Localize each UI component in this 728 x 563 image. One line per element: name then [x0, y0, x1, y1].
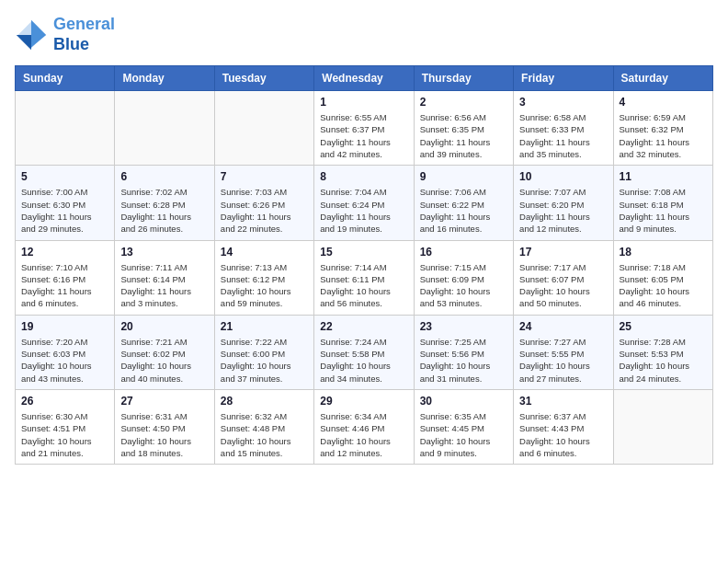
- day-number: 17: [519, 246, 607, 259]
- day-info: Sunrise: 7:08 AM Sunset: 6:18 PM Dayligh…: [620, 186, 707, 235]
- day-info: Sunrise: 6:58 AM Sunset: 6:33 PM Dayligh…: [519, 111, 607, 160]
- header-saturday: Saturday: [613, 66, 712, 91]
- calendar-header-row: SundayMondayTuesdayWednesdayThursdayFrid…: [16, 66, 713, 91]
- calendar-cell: 29Sunrise: 6:34 AM Sunset: 4:46 PM Dayli…: [314, 389, 414, 464]
- calendar-cell: 31Sunrise: 6:37 AM Sunset: 4:43 PM Dayli…: [514, 389, 613, 464]
- header-thursday: Thursday: [414, 66, 513, 91]
- day-number: 11: [620, 170, 707, 183]
- day-number: 27: [120, 395, 208, 408]
- day-info: Sunrise: 7:03 AM Sunset: 6:26 PM Dayligh…: [221, 186, 308, 235]
- day-number: 8: [320, 170, 407, 183]
- logo-icon: [15, 18, 48, 52]
- day-info: Sunrise: 7:25 AM Sunset: 5:56 PM Dayligh…: [420, 336, 507, 385]
- calendar-week-2: 5Sunrise: 7:00 AM Sunset: 6:30 PM Daylig…: [16, 166, 713, 240]
- calendar-cell: 12Sunrise: 7:10 AM Sunset: 6:16 PM Dayli…: [16, 240, 115, 315]
- calendar-week-1: 1Sunrise: 6:55 AM Sunset: 6:37 PM Daylig…: [16, 91, 713, 166]
- calendar-cell: 20Sunrise: 7:21 AM Sunset: 6:02 PM Dayli…: [115, 315, 214, 389]
- calendar-week-5: 26Sunrise: 6:30 AM Sunset: 4:51 PM Dayli…: [16, 389, 713, 464]
- day-number: 14: [221, 246, 308, 259]
- calendar-cell: 25Sunrise: 7:28 AM Sunset: 5:53 PM Dayli…: [613, 315, 712, 389]
- calendar-cell: 23Sunrise: 7:25 AM Sunset: 5:56 PM Dayli…: [414, 315, 513, 389]
- day-info: Sunrise: 7:04 AM Sunset: 6:24 PM Dayligh…: [320, 186, 407, 235]
- day-number: 15: [320, 246, 407, 259]
- calendar-cell: 10Sunrise: 7:07 AM Sunset: 6:20 PM Dayli…: [514, 166, 613, 240]
- calendar-cell: 21Sunrise: 7:22 AM Sunset: 6:00 PM Dayli…: [214, 315, 313, 389]
- calendar-cell: 4Sunrise: 6:59 AM Sunset: 6:32 PM Daylig…: [613, 91, 712, 166]
- day-number: 19: [21, 320, 108, 333]
- day-number: 18: [620, 246, 707, 259]
- calendar-cell: 9Sunrise: 7:06 AM Sunset: 6:22 PM Daylig…: [414, 166, 513, 240]
- calendar-cell: 16Sunrise: 7:15 AM Sunset: 6:09 PM Dayli…: [414, 240, 513, 315]
- day-number: 29: [320, 395, 407, 408]
- day-info: Sunrise: 7:00 AM Sunset: 6:30 PM Dayligh…: [21, 186, 108, 235]
- day-info: Sunrise: 6:35 AM Sunset: 4:45 PM Dayligh…: [420, 410, 507, 459]
- day-number: 20: [120, 320, 208, 333]
- header-wednesday: Wednesday: [314, 66, 414, 91]
- day-info: Sunrise: 6:56 AM Sunset: 6:35 PM Dayligh…: [420, 111, 507, 160]
- calendar-cell: [613, 389, 712, 464]
- day-info: Sunrise: 7:24 AM Sunset: 5:58 PM Dayligh…: [320, 336, 407, 385]
- calendar-cell: 2Sunrise: 6:56 AM Sunset: 6:35 PM Daylig…: [414, 91, 513, 166]
- svg-marker-1: [31, 19, 46, 47]
- day-info: Sunrise: 7:14 AM Sunset: 6:11 PM Dayligh…: [320, 261, 407, 310]
- calendar-cell: 17Sunrise: 7:17 AM Sunset: 6:07 PM Dayli…: [514, 240, 613, 315]
- day-info: Sunrise: 7:27 AM Sunset: 5:55 PM Dayligh…: [519, 336, 607, 385]
- calendar-cell: 19Sunrise: 7:20 AM Sunset: 6:03 PM Dayli…: [16, 315, 115, 389]
- calendar: SundayMondayTuesdayWednesdayThursdayFrid…: [15, 65, 713, 465]
- calendar-cell: [16, 91, 115, 166]
- day-number: 5: [21, 170, 108, 183]
- day-number: 21: [221, 320, 308, 333]
- day-number: 26: [21, 395, 108, 408]
- day-info: Sunrise: 7:06 AM Sunset: 6:22 PM Dayligh…: [420, 186, 507, 235]
- day-info: Sunrise: 7:22 AM Sunset: 6:00 PM Dayligh…: [221, 336, 308, 385]
- day-number: 7: [221, 170, 308, 183]
- day-number: 25: [620, 320, 707, 333]
- day-number: 3: [519, 96, 607, 109]
- svg-marker-2: [17, 35, 31, 50]
- day-number: 31: [519, 395, 607, 408]
- calendar-cell: [115, 91, 214, 166]
- day-info: Sunrise: 7:15 AM Sunset: 6:09 PM Dayligh…: [420, 261, 507, 310]
- day-number: 30: [420, 395, 507, 408]
- day-number: 9: [420, 170, 507, 183]
- day-info: Sunrise: 7:20 AM Sunset: 6:03 PM Dayligh…: [21, 336, 108, 385]
- logo: General Blue: [15, 15, 115, 54]
- day-number: 28: [221, 395, 308, 408]
- calendar-cell: 7Sunrise: 7:03 AM Sunset: 6:26 PM Daylig…: [214, 166, 313, 240]
- day-number: 12: [21, 246, 108, 259]
- calendar-cell: 15Sunrise: 7:14 AM Sunset: 6:11 PM Dayli…: [314, 240, 414, 315]
- day-number: 23: [420, 320, 507, 333]
- calendar-cell: 1Sunrise: 6:55 AM Sunset: 6:37 PM Daylig…: [314, 91, 414, 166]
- day-info: Sunrise: 6:37 AM Sunset: 4:43 PM Dayligh…: [519, 410, 607, 459]
- calendar-cell: 6Sunrise: 7:02 AM Sunset: 6:28 PM Daylig…: [115, 166, 214, 240]
- day-number: 1: [320, 96, 407, 109]
- day-number: 16: [420, 246, 507, 259]
- calendar-cell: 11Sunrise: 7:08 AM Sunset: 6:18 PM Dayli…: [613, 166, 712, 240]
- day-info: Sunrise: 6:55 AM Sunset: 6:37 PM Dayligh…: [320, 111, 407, 160]
- day-info: Sunrise: 7:11 AM Sunset: 6:14 PM Dayligh…: [120, 261, 208, 310]
- header-tuesday: Tuesday: [214, 66, 313, 91]
- calendar-cell: 22Sunrise: 7:24 AM Sunset: 5:58 PM Dayli…: [314, 315, 414, 389]
- calendar-cell: 18Sunrise: 7:18 AM Sunset: 6:05 PM Dayli…: [613, 240, 712, 315]
- page-header: General Blue: [15, 15, 713, 54]
- day-info: Sunrise: 6:31 AM Sunset: 4:50 PM Dayligh…: [120, 410, 208, 459]
- calendar-cell: 5Sunrise: 7:00 AM Sunset: 6:30 PM Daylig…: [16, 166, 115, 240]
- day-number: 2: [420, 96, 507, 109]
- day-info: Sunrise: 6:30 AM Sunset: 4:51 PM Dayligh…: [21, 410, 108, 459]
- header-monday: Monday: [115, 66, 214, 91]
- day-info: Sunrise: 6:32 AM Sunset: 4:48 PM Dayligh…: [221, 410, 308, 459]
- calendar-cell: 30Sunrise: 6:35 AM Sunset: 4:45 PM Dayli…: [414, 389, 513, 464]
- day-info: Sunrise: 6:59 AM Sunset: 6:32 PM Dayligh…: [620, 111, 707, 160]
- day-info: Sunrise: 6:34 AM Sunset: 4:46 PM Dayligh…: [320, 410, 407, 459]
- day-number: 10: [519, 170, 607, 183]
- calendar-week-3: 12Sunrise: 7:10 AM Sunset: 6:16 PM Dayli…: [16, 240, 713, 315]
- day-info: Sunrise: 7:17 AM Sunset: 6:07 PM Dayligh…: [519, 261, 607, 310]
- calendar-cell: 26Sunrise: 6:30 AM Sunset: 4:51 PM Dayli…: [16, 389, 115, 464]
- day-info: Sunrise: 7:10 AM Sunset: 6:16 PM Dayligh…: [21, 261, 108, 310]
- calendar-week-4: 19Sunrise: 7:20 AM Sunset: 6:03 PM Dayli…: [16, 315, 713, 389]
- day-number: 6: [120, 170, 208, 183]
- calendar-cell: 28Sunrise: 6:32 AM Sunset: 4:48 PM Dayli…: [214, 389, 313, 464]
- day-info: Sunrise: 7:28 AM Sunset: 5:53 PM Dayligh…: [620, 336, 707, 385]
- day-info: Sunrise: 7:13 AM Sunset: 6:12 PM Dayligh…: [221, 261, 308, 310]
- day-number: 13: [120, 246, 208, 259]
